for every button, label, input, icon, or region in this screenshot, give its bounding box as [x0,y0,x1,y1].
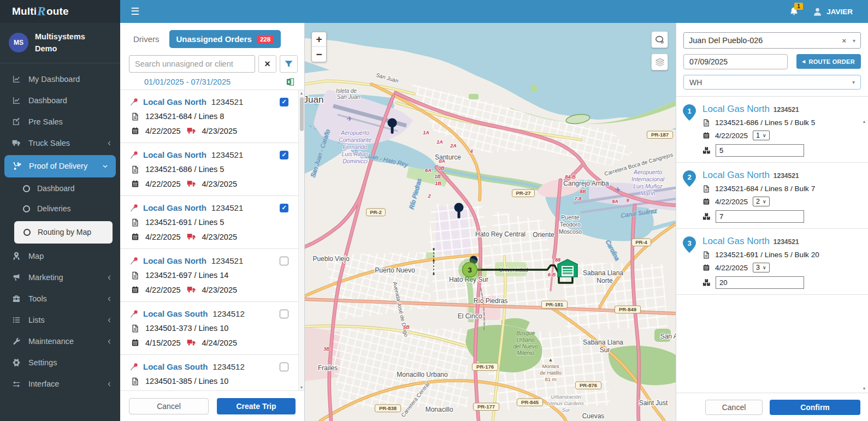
order-client-name[interactable]: Local Gas South [143,362,208,371]
sidebar-subitem-routing-by-map[interactable]: Routing by Map [14,221,113,244]
route-stop[interactable]: 3Local Gas North12345211234521-691 / Lin… [676,229,868,295]
stop-bulk-input[interactable] [716,276,804,289]
scrollbar-thumb[interactable] [300,97,304,131]
order-card[interactable]: Local Gas North12345211234521-697 / Line… [120,249,298,302]
scroll-up-icon[interactable]: ▲ [299,91,304,95]
route-stop[interactable]: 2Local Gas North12345211234521-684 / Lin… [676,163,868,229]
create-trip-button[interactable]: Create Trip [217,398,296,414]
sidebar-item-dashboard[interactable]: Dashboard [0,90,120,111]
orders-cancel-button[interactable]: Cancel [129,398,209,414]
stop-sequence-select[interactable]: 3∨ [753,263,770,272]
stop-client-name[interactable]: Local Gas North [702,170,770,181]
order-checkbox[interactable] [280,363,288,371]
sidebar-item-marketing[interactable]: Marketing [0,267,120,288]
map-label: San An [660,333,676,340]
filter-button[interactable] [280,55,298,73]
sidebar-toggle-icon[interactable]: ☰ [120,0,150,23]
order-checkbox-wrap: ✓ [280,98,288,106]
warehouse-select[interactable]: WH ▾ [683,75,861,90]
order-number: 1234501-385 / Lines 10 [145,377,228,386]
tab-drivers[interactable]: Drivers [133,34,160,44]
stop-marker-3[interactable]: 3 [458,258,481,281]
sidebar-item-maintenance[interactable]: Maintenance [0,331,120,352]
order-card[interactable]: Local Gas South12345121234501-385 / Line… [120,355,298,390]
sidebar-item-wrap: Marketing [0,267,120,288]
map-label: de Hatillo [540,370,562,376]
stop-sequence-select[interactable]: 2∨ [753,197,770,206]
order-ship-date: 4/23/2025 [202,286,238,294]
order-checkbox[interactable] [280,257,288,265]
org-panel[interactable]: MS Multisystems Demo [0,23,120,63]
zoom-in-button[interactable]: + [312,32,326,47]
order-card[interactable]: Local Gas North1234521✓1234521-686 / Lin… [120,143,298,196]
layers-button[interactable] [651,54,668,70]
tab-unassigned-orders[interactable]: Unassigned Orders 228 [169,30,281,48]
sidebar-item-my-dashboard[interactable]: My Dashboard [0,69,120,90]
route-confirm-button[interactable]: Confirm [770,400,860,415]
sidebar-subitem-deliveries[interactable]: Deliveries [0,199,120,219]
search-input[interactable] [129,55,255,73]
sidebar-item-lists[interactable]: Lists [0,310,120,331]
date-range-link[interactable]: 01/01/2025 - 07/31/2025 [144,78,231,86]
order-card[interactable]: Local Gas North1234521✓1234521-684 / Lin… [120,90,298,143]
order-client-name[interactable]: Local Gas North [143,256,206,265]
export-excel-icon[interactable] [286,78,296,86]
order-ship-date: 4/23/2025 [202,180,238,188]
sidebar-item-wrap: Pre Sales [0,111,120,133]
driver-clear-icon[interactable]: × [842,37,846,45]
scroll-up-icon[interactable]: ▲ [861,120,867,123]
order-client-name[interactable]: Local Gas North [143,150,206,159]
map-label: Monacillo [426,406,453,413]
stop-bulk-input[interactable] [716,144,804,157]
road-shield: PR-845 [517,399,542,406]
stop-sequence-select[interactable]: 1∨ [753,131,770,140]
map-area[interactable]: JuanIsleta deSan JuanSan JuanSanturceCan… [305,23,676,421]
stops-scrollbar[interactable]: ▲ ▼ [861,118,867,392]
sidebar-submenu: DashboardDeliveriesRouting by Map [0,179,120,244]
order-client-name[interactable]: Local Gas North [143,203,206,212]
sidebar-item-interface[interactable]: Interface [0,373,120,395]
stop-bulk-input[interactable] [716,210,804,223]
order-ship-date: 4/24/2025 [202,339,238,347]
sidebar-subitem-dashboard[interactable]: Dashboard [0,179,120,199]
map-label: 1B [435,181,441,186]
order-client-name[interactable]: Local Gas South [143,309,208,318]
sidebar-item-pre-sales[interactable]: Pre Sales [0,111,120,133]
app-logo[interactable]: MultiRoute [0,0,120,23]
stop-client-name[interactable]: Local Gas North [702,236,770,247]
order-checkbox[interactable] [280,310,288,318]
user-menu[interactable]: JAVIER [812,7,853,17]
clear-search-button[interactable]: × [258,55,276,73]
notification-badge: 1 [794,3,803,10]
order-card[interactable]: Local Gas South12345121234501-373 / Line… [120,302,298,355]
order-number-row: 1234521-684 / Lines 8 [130,112,296,121]
lasso-select-button[interactable] [651,31,668,48]
scroll-down-icon[interactable]: ▼ [861,387,867,390]
orders-scrollbar[interactable]: ▲▼ [298,90,304,390]
stop-sequence-value: 2 [756,198,760,205]
route-panel-footer: Cancel Confirm [676,393,868,421]
order-checkbox[interactable]: ✓ [280,204,288,212]
route-order-arrow-icon: ◂ [802,58,806,65]
route-date-input[interactable]: 07/09/2025 [683,54,788,69]
route-stop[interactable]: 1Local Gas North12345211234521-686 / Lin… [676,97,868,163]
order-checkbox[interactable]: ✓ [280,151,288,159]
stop-body: Local Gas North12345211234521-684 / Line… [702,170,860,228]
stop-client-name[interactable]: Local Gas North [702,104,770,115]
order-client-name[interactable]: Local Gas North [143,97,206,106]
zoom-out-button[interactable]: − [312,47,326,62]
scroll-down-icon[interactable]: ▼ [299,386,304,389]
route-order-button[interactable]: ◂ ROUTE ORDER [796,54,861,69]
order-checkbox[interactable]: ✓ [280,98,288,106]
order-card[interactable]: Local Gas North1234521✓1234521-691 / Lin… [120,196,298,249]
map-canvas[interactable]: JuanIsleta deSan JuanSan JuanSanturceCan… [305,23,676,421]
route-cancel-button[interactable]: Cancel [705,400,763,415]
sidebar-item-map[interactable]: Map [0,246,120,267]
driver-select[interactable]: Juan Del Pueblo-026 × ▾ [683,32,861,49]
sidebar-item-truck-sales[interactable]: Truck Sales [0,133,120,154]
sidebar-item-proof-of-delivery[interactable]: Proof of Delivery [4,155,116,177]
sidebar-item-tools[interactable]: Tools [0,288,120,310]
sidebar-item-settings[interactable]: Settings [0,352,120,373]
caret-down-icon: ∨ [763,133,766,138]
notifications-button[interactable]: 1 [789,7,799,17]
